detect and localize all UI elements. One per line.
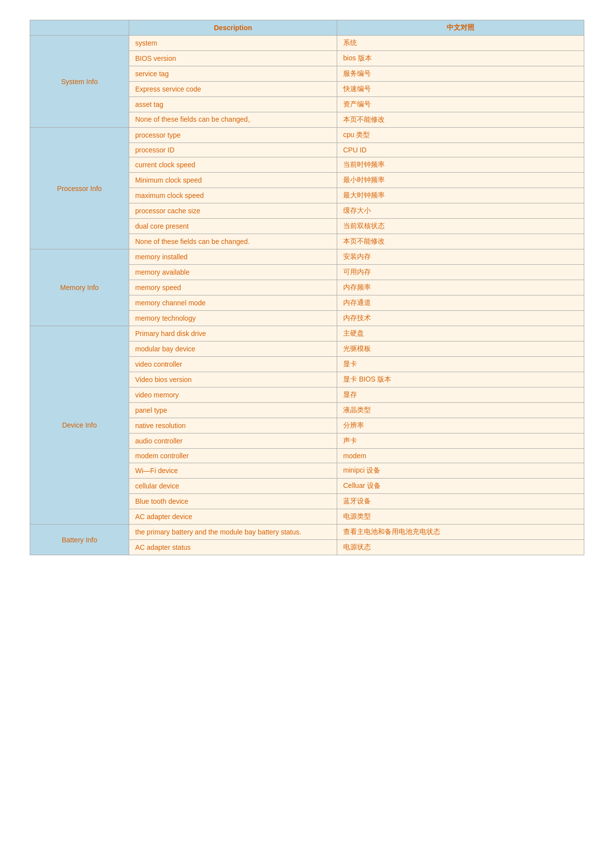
zh-cell: 内存频率 bbox=[337, 280, 584, 295]
section-label: Device Info bbox=[30, 326, 129, 525]
zh-cell: bios 版本 bbox=[337, 51, 584, 66]
zh-cell: 显卡 bbox=[337, 357, 584, 372]
zh-cell: 主硬盘 bbox=[337, 326, 584, 341]
section-label: Processor Info bbox=[30, 128, 129, 249]
description-cell: processor cache size bbox=[129, 203, 337, 219]
description-cell: audio controller bbox=[129, 434, 337, 449]
zh-cell: 显存 bbox=[337, 387, 584, 403]
zh-cell: 系统 bbox=[337, 36, 584, 51]
description-cell: BIOS version bbox=[129, 51, 337, 66]
description-cell: Wi—Fi device bbox=[129, 463, 337, 479]
description-cell: AC adapter device bbox=[129, 509, 337, 525]
description-cell: cellular device bbox=[129, 479, 337, 494]
description-cell: panel type bbox=[129, 403, 337, 418]
description-cell: Express service code bbox=[129, 82, 337, 97]
zh-cell: 当前时钟频率 bbox=[337, 157, 584, 173]
description-cell: processor ID bbox=[129, 143, 337, 157]
zh-cell: minipci 设备 bbox=[337, 463, 584, 479]
zh-cell: cpu 类型 bbox=[337, 128, 584, 143]
description-cell: Blue tooth device bbox=[129, 494, 337, 509]
col-zh-header: 中文对照 bbox=[337, 20, 584, 36]
zh-cell: 本页不能修改 bbox=[337, 112, 584, 128]
description-cell: native resolution bbox=[129, 418, 337, 434]
zh-cell: 本页不能修改 bbox=[337, 234, 584, 249]
description-cell: memory technology bbox=[129, 311, 337, 326]
section-label: Memory Info bbox=[30, 249, 129, 326]
description-cell: video memory bbox=[129, 387, 337, 403]
zh-cell: 可用内存 bbox=[337, 265, 584, 280]
zh-cell: 当前双核状态 bbox=[337, 219, 584, 234]
description-cell: current clock speed bbox=[129, 157, 337, 173]
description-cell: AC adapter status bbox=[129, 540, 337, 555]
description-cell: system bbox=[129, 36, 337, 51]
description-cell: Primary hard disk drive bbox=[129, 326, 337, 341]
description-cell: service tag bbox=[129, 66, 337, 82]
zh-cell: 显卡 BIOS 版本 bbox=[337, 372, 584, 387]
zh-cell: 服务编号 bbox=[337, 66, 584, 82]
description-cell: the primary battery and the module bay b… bbox=[129, 525, 337, 540]
zh-cell: Celluar 设备 bbox=[337, 479, 584, 494]
description-cell: asset tag bbox=[129, 97, 337, 112]
zh-cell: 最大时钟频率 bbox=[337, 188, 584, 203]
zh-cell: 内存通道 bbox=[337, 295, 584, 311]
zh-cell: 液晶类型 bbox=[337, 403, 584, 418]
zh-cell: CPU ID bbox=[337, 143, 584, 157]
zh-cell: 电源类型 bbox=[337, 509, 584, 525]
description-cell: processor type bbox=[129, 128, 337, 143]
description-cell: memory speed bbox=[129, 280, 337, 295]
description-cell: maximum clock speed bbox=[129, 188, 337, 203]
description-cell: Video bios version bbox=[129, 372, 337, 387]
description-cell: memory channel mode bbox=[129, 295, 337, 311]
zh-cell: modem bbox=[337, 449, 584, 463]
section-label: Battery Info bbox=[30, 525, 129, 555]
description-cell: memory installed bbox=[129, 249, 337, 265]
description-cell: dual core present bbox=[129, 219, 337, 234]
zh-cell: 蓝牙设备 bbox=[337, 494, 584, 509]
col-description-header: Description bbox=[129, 20, 337, 36]
zh-cell: 快速编号 bbox=[337, 82, 584, 97]
description-cell: memory available bbox=[129, 265, 337, 280]
zh-cell: 分辨率 bbox=[337, 418, 584, 434]
zh-cell: 最小时钟频率 bbox=[337, 173, 584, 188]
description-cell: None of these fields can be changed. bbox=[129, 234, 337, 249]
zh-cell: 电源状态 bbox=[337, 540, 584, 555]
description-cell: video controller bbox=[129, 357, 337, 372]
zh-cell: 声卡 bbox=[337, 434, 584, 449]
description-cell: None of these fields can be changed。 bbox=[129, 112, 337, 128]
section-label: System Info bbox=[30, 36, 129, 128]
description-cell: Minimum clock speed bbox=[129, 173, 337, 188]
zh-cell: 光驱模板 bbox=[337, 341, 584, 357]
zh-cell: 安装内存 bbox=[337, 249, 584, 265]
description-cell: modular bay device bbox=[129, 341, 337, 357]
zh-cell: 资产编号 bbox=[337, 97, 584, 112]
description-cell: modem controller bbox=[129, 449, 337, 463]
info-table: Description 中文对照 System Infosystem系统BIOS… bbox=[30, 20, 584, 555]
col-section-header bbox=[30, 20, 129, 36]
zh-cell: 内存技术 bbox=[337, 311, 584, 326]
zh-cell: 查看主电池和备用电池充电状态 bbox=[337, 525, 584, 540]
zh-cell: 缓存大小 bbox=[337, 203, 584, 219]
